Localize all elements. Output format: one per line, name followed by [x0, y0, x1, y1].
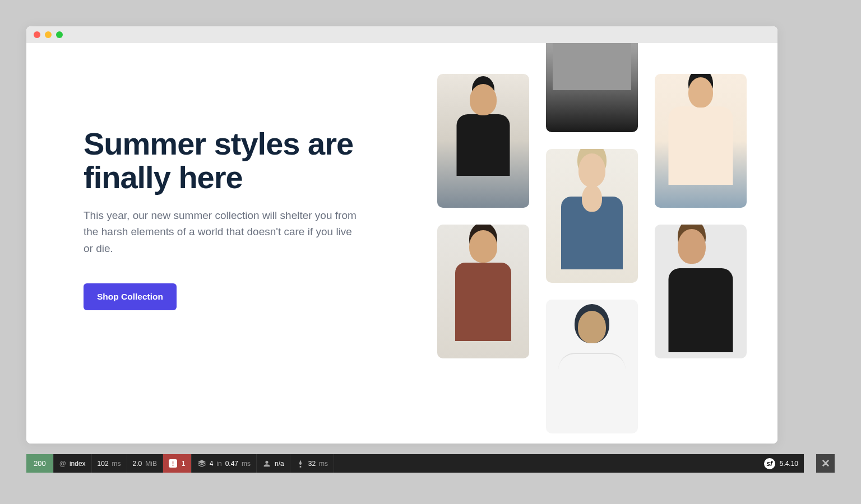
route-symbol: @ [59, 460, 66, 468]
close-icon: ✕ [821, 457, 830, 470]
cache-time: 0.47 [225, 460, 238, 468]
exclamation-icon: ! [169, 459, 177, 468]
twig-icon [296, 459, 305, 468]
cache-in-label: in [216, 460, 221, 468]
user-cell[interactable]: n/a [257, 454, 290, 473]
product-image [546, 300, 638, 433]
twig-unit: ms [319, 460, 328, 468]
memory-cell[interactable]: 2.0 MiB [127, 454, 163, 473]
window-close-button[interactable] [34, 31, 40, 38]
browser-window: Summer styles are finally here This year… [26, 26, 777, 444]
route-cell[interactable]: @ index [54, 454, 92, 473]
hero-section: Summer styles are finally here This year… [84, 127, 364, 310]
hero-title: Summer styles are finally here [84, 127, 364, 195]
product-image [655, 74, 747, 208]
product-image [655, 225, 747, 358]
twig-value: 32 [308, 460, 316, 468]
symfony-logo-icon: sf [764, 458, 775, 469]
cache-cell[interactable]: 4 in 0.47 ms [192, 454, 257, 473]
shop-collection-button[interactable]: Shop Collection [84, 283, 177, 310]
hero-image-grid [437, 43, 747, 444]
time-cell[interactable]: 102 ms [92, 454, 127, 473]
product-image [437, 225, 529, 358]
error-count: 1 [182, 460, 186, 468]
toolbar-spacer [334, 454, 758, 473]
user-icon [262, 459, 271, 468]
hero-subtitle: This year, our new summer collection wil… [84, 207, 364, 256]
memory-value: 2.0 [133, 460, 142, 468]
twig-cell[interactable]: 32 ms [290, 454, 334, 473]
product-image [546, 43, 638, 132]
http-status-code: 200 [34, 459, 46, 468]
cache-count: 4 [210, 460, 214, 468]
http-status-cell[interactable]: 200 [26, 454, 54, 473]
window-maximize-button[interactable] [56, 31, 63, 38]
layers-icon [197, 459, 206, 468]
image-column-3 [655, 74, 747, 444]
time-unit: ms [112, 460, 121, 468]
time-value: 102 [98, 460, 109, 468]
error-cell[interactable]: ! 1 [163, 454, 192, 473]
image-column-2 [546, 43, 638, 444]
product-image [546, 149, 638, 283]
window-titlebar [26, 26, 777, 43]
symfony-version-cell[interactable]: sf 5.4.10 [758, 454, 804, 473]
symfony-debug-toolbar: 200 @ index 102 ms 2.0 MiB ! 1 4 in 0.47… [26, 454, 804, 473]
image-column-1 [437, 74, 529, 444]
cache-unit: ms [242, 460, 251, 468]
symfony-version: 5.4.10 [780, 460, 798, 468]
window-minimize-button[interactable] [45, 31, 52, 38]
page-content: Summer styles are finally here This year… [26, 43, 777, 444]
product-image [437, 74, 529, 208]
toolbar-close-button[interactable]: ✕ [816, 454, 835, 473]
user-value: n/a [275, 460, 284, 468]
memory-unit: MiB [145, 460, 157, 468]
route-name: index [70, 460, 86, 468]
